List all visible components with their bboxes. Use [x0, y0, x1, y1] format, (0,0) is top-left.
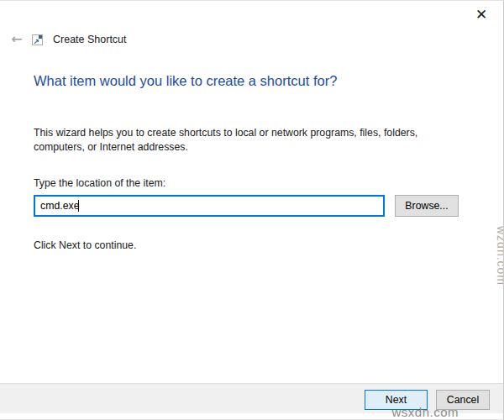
- page-title: What item would you like to create a sho…: [34, 73, 470, 89]
- watermark-side: wzdn.com: [495, 226, 504, 286]
- back-button[interactable]: ←: [5, 30, 29, 49]
- browse-button[interactable]: Browse...: [395, 195, 459, 217]
- wizard-header: ← ↗ Create Shortcut: [0, 29, 503, 50]
- location-label: Type the location of the item:: [34, 177, 470, 189]
- close-icon: ✕: [475, 6, 487, 23]
- close-button[interactable]: ✕: [468, 3, 495, 26]
- wizard-description: This wizard helps you to create shortcut…: [34, 126, 464, 155]
- create-shortcut-window: ✕ ← ↗ Create Shortcut What item would yo…: [0, 0, 504, 420]
- watermark-bottom: wsxdn.com: [391, 405, 459, 419]
- shortcut-icon-corner: [39, 35, 42, 39]
- back-arrow-icon: ←: [11, 31, 22, 47]
- text-caret: [78, 200, 79, 212]
- wizard-body: What item would you like to create a sho…: [34, 61, 470, 251]
- location-input-field[interactable]: [35, 197, 383, 215]
- window-title: Create Shortcut: [53, 34, 127, 45]
- shortcut-arrow-icon: ↗: [33, 38, 39, 46]
- location-input-row: Browse...: [34, 195, 470, 217]
- next-hint: Click Next to continue.: [34, 239, 470, 251]
- location-input[interactable]: [34, 195, 385, 217]
- shortcut-icon: ↗: [32, 34, 43, 45]
